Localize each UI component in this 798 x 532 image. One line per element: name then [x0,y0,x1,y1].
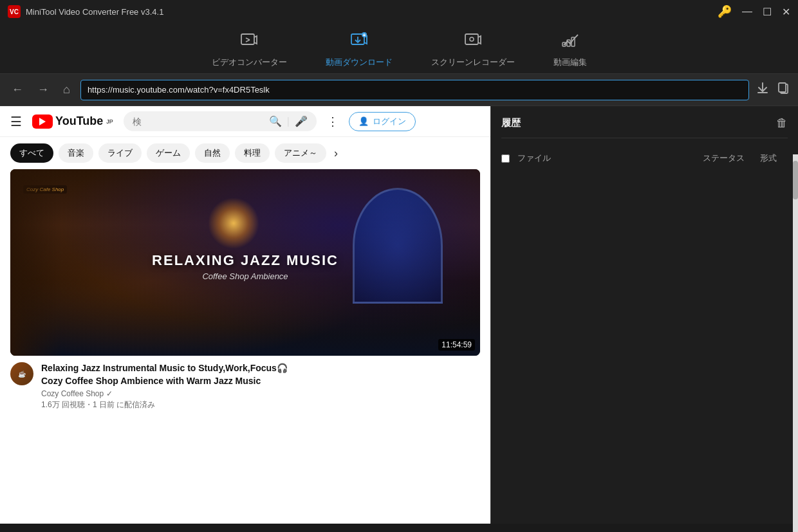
video-sub-title: Coffee Shop Ambience [152,271,339,281]
video-main-title: RELAXING JAZZ MUSIC [152,252,339,269]
svg-line-2 [246,40,250,42]
tab-video-editor[interactable]: 動画編集 [553,31,587,68]
chip-all[interactable]: すべて [10,143,53,163]
chip-live[interactable]: ライブ [98,143,142,163]
video-editor-icon [561,31,579,53]
app-logo: VC [8,5,21,18]
col-status-label: ステータス [698,152,749,164]
tab-screen-recorder-label: スクリーンレコーダー [431,57,515,68]
youtube-play-icon [32,115,53,129]
video-download-icon [350,31,368,53]
tab-screen-recorder[interactable]: スクリーンレコーダー [431,31,515,68]
home-button[interactable]: ⌂ [59,80,74,99]
login-icon: 👤 [358,116,369,126]
col-format-label: 形式 [749,152,788,164]
hamburger-menu[interactable]: ☰ [10,114,22,129]
tab-video-converter-label: ビデオコンバーター [212,57,287,68]
svg-rect-11 [571,37,575,46]
svg-rect-14 [779,83,786,92]
browser-bar: ← → ⌂ [0,74,798,106]
youtube-logo[interactable]: YouTube JP [32,115,113,129]
channel-name: Cozy Coffee Shop ✓ [41,389,480,398]
chip-music[interactable]: 音楽 [59,143,93,163]
history-panel: 履歴 🗑 ファイル ステータス 形式 [490,106,798,524]
history-header: 履歴 🗑 [501,116,788,138]
screen-recorder-icon [464,31,482,53]
youtube-search-input[interactable] [133,116,264,127]
history-table-header: ファイル ステータス 形式 [501,149,788,168]
search-icon[interactable]: 🔍 [269,115,282,127]
video-converter-icon [240,31,258,53]
tab-video-editor-label: 動画編集 [553,57,587,68]
minimize-button[interactable]: — [742,6,752,17]
chip-cooking[interactable]: 料理 [235,143,270,163]
key-icon[interactable]: 🔑 [718,5,732,19]
video-duration: 11:54:59 [438,339,475,351]
maximize-button[interactable]: ☐ [763,6,772,18]
youtube-header: ☰ YouTube JP 🔍 | 🎤 ⋮ 👤 ログイン [0,106,490,137]
video-thumbnail[interactable]: Cozy Cafe Shop RELAXING JAZZ MUSIC Coffe… [10,169,480,356]
more-options-button[interactable]: ⋮ [327,115,339,129]
svg-rect-7 [465,34,478,44]
download-button[interactable] [756,81,770,98]
chip-nature[interactable]: 自然 [195,143,230,163]
chips-more-arrow[interactable]: › [334,147,338,160]
svg-point-8 [470,37,474,41]
window [353,188,443,304]
lamp-glow [208,197,259,249]
paste-button[interactable] [776,81,790,98]
back-button[interactable]: ← [8,80,27,99]
youtube-search-area: 🔍 | 🎤 [124,111,317,131]
youtube-logo-text: YouTube [55,115,103,128]
category-chips: すべて 音楽 ライブ ゲーム 自然 料理 アニメ～ › [0,137,490,169]
close-button[interactable]: ✕ [782,6,790,18]
url-input[interactable] [80,80,749,100]
delete-all-button[interactable]: 🗑 [776,116,788,130]
video-info: Relaxing Jazz Instrumental Music to Stud… [41,362,480,410]
tab-video-download-label: 動画ダウンロード [326,57,393,68]
history-title: 履歴 [501,117,521,129]
col-file-label: ファイル [517,152,698,164]
login-button[interactable]: 👤 ログイン [349,112,416,131]
nav-tabs: ビデオコンバーター 動画ダウンロード スクリーンレコーダー [0,23,798,74]
chip-anime[interactable]: アニメ～ [275,143,326,163]
svg-line-1 [246,38,250,40]
video-stats: 1.6万 回視聴・1 日前 に配信済み [41,399,480,410]
chip-game[interactable]: ゲーム [147,143,190,163]
svg-rect-10 [567,40,570,46]
titlebar: VC MiniTool Video Converter Free v3.4.1 … [0,0,798,23]
video-title-overlay: RELAXING JAZZ MUSIC Coffee Shop Ambience [152,252,339,281]
channel-avatar: ☕ [10,362,33,385]
svg-rect-12 [757,92,768,93]
video-card[interactable]: Cozy Cafe Shop RELAXING JAZZ MUSIC Coffe… [0,169,490,423]
youtube-region: JP [106,118,113,125]
forward-button[interactable]: → [33,80,53,99]
tab-video-converter[interactable]: ビデオコンバーター [212,31,287,68]
main-area: ☰ YouTube JP 🔍 | 🎤 ⋮ 👤 ログイン すべて 音楽 ライブ [0,106,798,524]
video-title: Relaxing Jazz Instrumental Music to Stud… [41,362,480,387]
video-meta: ☕ Relaxing Jazz Instrumental Music to St… [10,356,480,413]
select-all-checkbox[interactable] [501,154,510,163]
verified-icon: ✓ [106,389,113,398]
login-label: ログイン [373,116,406,127]
mic-icon[interactable]: 🎤 [295,115,308,127]
browser-pane: ☰ YouTube JP 🔍 | 🎤 ⋮ 👤 ログイン すべて 音楽 ライブ [0,106,490,524]
app-title: MiniTool Video Converter Free v3.4.1 [26,7,718,17]
window-controls: 🔑 — ☐ ✕ [718,5,790,19]
tab-video-download[interactable]: 動画ダウンロード [326,31,393,68]
